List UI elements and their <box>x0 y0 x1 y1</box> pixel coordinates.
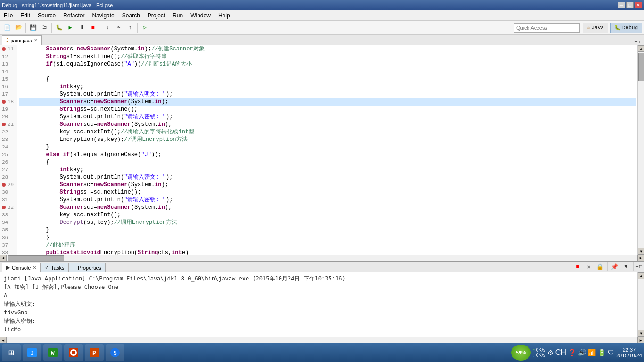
upload-row: ↑ 0K/s <box>533 347 545 353</box>
console-hscroll-right[interactable]: ► <box>637 337 644 344</box>
title-bar-text: Debug - string11/src/string11/jiami.java… <box>2 2 113 8</box>
network-speeds: ↑ 0K/s ↓ 0K/s <box>533 347 545 358</box>
hscroll-right-button[interactable]: ► <box>637 255 644 262</box>
close-button[interactable]: ✕ <box>635 2 642 8</box>
menu-search[interactable]: Search <box>118 10 144 20</box>
editor-horizontal-scrollbar[interactable]: ◄ ► <box>0 255 644 261</box>
taskbar-app5[interactable]: S <box>106 344 124 361</box>
code-line-34: Decrypt(ss,key);//调用Encryption方法 <box>19 219 636 226</box>
taskbar-app1[interactable]: J <box>23 344 41 361</box>
tb-suspend-button[interactable]: ⏸ <box>76 23 87 33</box>
app4-icon: P <box>89 347 100 358</box>
line-36: 36 <box>2 234 15 241</box>
scroll-thumb[interactable] <box>638 53 644 81</box>
taskbar-app3[interactable] <box>64 344 83 361</box>
scroll-down-button[interactable]: ▼ <box>638 248 644 255</box>
editor-container: J jiami.java ✕ ─ □ 11 12 13 14 15 16 17 … <box>0 35 644 261</box>
app1-icon: J <box>26 347 38 358</box>
console-hscrollbar[interactable]: ◄ ► <box>0 337 644 343</box>
menu-project[interactable]: Project <box>144 10 169 20</box>
console-clear-button[interactable]: ✕ <box>584 262 594 272</box>
menu-source[interactable]: Source <box>34 10 59 20</box>
code-content[interactable]: Scanner s=new Scanner(System.in);//创建Sca… <box>17 45 637 255</box>
quick-access-input[interactable] <box>514 23 580 33</box>
tb-debug-button[interactable]: 🐛 <box>54 23 64 33</box>
debug-icon: 🐛 <box>614 25 621 31</box>
tb-resume-button[interactable]: ▶ <box>65 23 75 33</box>
tb-run-button[interactable]: ▷ <box>140 23 150 33</box>
console-maximize-button[interactable]: □ <box>639 264 642 270</box>
tb-stepinto-button[interactable]: ↓ <box>102 23 113 33</box>
scroll-up-button[interactable]: ▲ <box>638 45 644 52</box>
editor-tab-controls: ─ □ <box>635 40 644 45</box>
settings-icon[interactable]: ⚙ <box>547 349 553 356</box>
console-scrollbar[interactable]: ▲ ▼ <box>637 272 644 337</box>
console-tab[interactable]: ▶ Console ✕ <box>2 263 41 272</box>
tb-stepover-button[interactable]: ↷ <box>114 23 124 33</box>
svg-text:W: W <box>51 350 55 357</box>
console-output[interactable]: jiami [Java Application] C:\Program File… <box>0 272 637 337</box>
console-view-menu-button[interactable]: ▼ <box>621 262 631 272</box>
app5-icon: S <box>109 347 121 358</box>
menu-edit[interactable]: Edit <box>17 10 34 20</box>
debug-perspective-button[interactable]: 🐛 Debug <box>610 23 642 33</box>
menu-window[interactable]: Window <box>187 10 215 20</box>
line-37: 37 <box>2 241 15 249</box>
maximize-button[interactable]: □ <box>626 2 634 8</box>
start-button[interactable]: ⊞ <box>2 344 21 361</box>
code-line-35: } <box>19 226 636 234</box>
editor-tab-close[interactable]: ✕ <box>34 38 38 43</box>
tb-sep4 <box>137 23 138 33</box>
tb-new-button[interactable]: 📄 <box>2 23 12 33</box>
code-area: 11 12 13 14 15 16 17 18 19 20 21 22 23 2… <box>0 45 644 255</box>
taskbar-app4[interactable]: P <box>85 344 104 361</box>
line-14: 14 <box>2 68 15 75</box>
download-row: ↓ 0K/s <box>533 353 545 358</box>
code-line-30: String ss =sc.nextLine(); <box>19 189 636 196</box>
tasks-tab[interactable]: ✓ Tasks <box>41 263 68 272</box>
svg-text:S: S <box>113 350 116 357</box>
tb-open-button[interactable]: 📂 <box>13 23 24 33</box>
console-scroll-lock-button[interactable]: 🔒 <box>595 262 605 272</box>
hscroll-left-button[interactable]: ◄ <box>0 255 7 262</box>
console-header-line: jiami [Java Application] C:\Program File… <box>4 274 634 283</box>
code-line-26: { <box>19 158 636 166</box>
java-perspective-button[interactable]: ☕ Java <box>583 23 608 33</box>
tb-stepreturn-button[interactable]: ↑ <box>125 23 135 33</box>
menu-help[interactable]: Help <box>215 10 234 20</box>
java-perspective-label: Java <box>592 25 604 31</box>
minimize-editor-button[interactable]: ─ <box>635 40 637 45</box>
console-minimize-button[interactable]: ─ <box>636 264 638 270</box>
console-stop-button[interactable]: ■ <box>572 262 583 272</box>
help-icon[interactable]: ❓ <box>568 349 576 356</box>
tb-save-all-button[interactable]: 🗂 <box>39 23 50 33</box>
editor-tab-jiami[interactable]: J jiami.java ✕ <box>2 35 42 45</box>
taskbar-app2[interactable]: W <box>43 344 62 361</box>
console-tab-close[interactable]: ✕ <box>33 265 36 270</box>
volume-icon[interactable]: 🔊 <box>578 349 586 356</box>
menu-navigate[interactable]: Navigate <box>88 10 118 20</box>
console-scroll-down[interactable]: ▼ <box>638 330 644 337</box>
properties-tab[interactable]: ≡ Properties <box>68 263 106 272</box>
clock-time: 22:37 <box>623 347 636 353</box>
line-35: 35 <box>2 226 15 234</box>
console-pin-button[interactable]: 📌 <box>610 262 620 272</box>
minimize-button[interactable]: ─ <box>618 2 625 8</box>
console-scroll-up[interactable]: ▲ <box>638 272 644 279</box>
menu-run[interactable]: Run <box>169 10 187 20</box>
maximize-editor-button[interactable]: □ <box>639 40 642 45</box>
line-38: 38 <box>2 249 15 255</box>
menu-refactor[interactable]: Refactor <box>59 10 88 20</box>
tb-save-button[interactable]: 💾 <box>28 23 38 33</box>
console-hscroll-left[interactable]: ◄ <box>0 337 7 344</box>
title-bar-controls[interactable]: ─ □ ✕ <box>618 2 642 8</box>
network-icon[interactable]: 📶 <box>588 349 596 356</box>
line-29: 29 <box>2 181 15 189</box>
tb-stop-button[interactable]: ■ <box>88 23 98 33</box>
menu-file[interactable]: File <box>0 10 17 20</box>
console-text-line6: licMo <box>4 326 21 333</box>
system-clock[interactable]: 22:37 2015/10/24 <box>616 347 642 358</box>
code-line-37: //此处程序 <box>19 241 636 249</box>
editor-scrollbar[interactable]: ▲ ▼ <box>637 45 644 255</box>
hscroll-thumb[interactable] <box>8 255 64 261</box>
